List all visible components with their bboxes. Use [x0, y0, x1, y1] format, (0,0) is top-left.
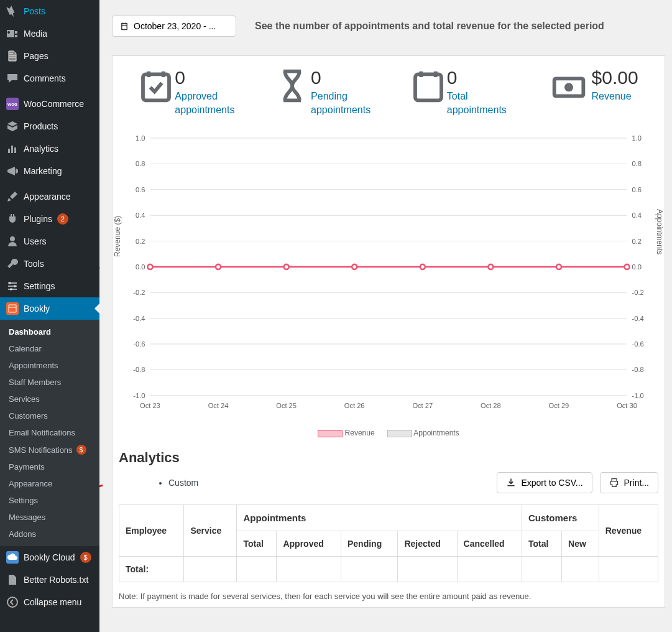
menu-bookly[interactable]: Bookly: [0, 297, 99, 320]
submenu-appointments[interactable]: Appointments: [0, 357, 99, 374]
metric-link[interactable]: Revenue: [592, 91, 632, 101]
media-icon: [6, 27, 19, 40]
col-service[interactable]: Service: [184, 504, 237, 556]
admin-sidebar: Posts Media Pages Comments woo WooCommer…: [0, 0, 99, 632]
menu-label: Collapse menu: [24, 597, 81, 607]
metric-link[interactable]: Approved appointments: [175, 91, 234, 115]
print-button[interactable]: Print...: [600, 472, 658, 493]
annotation-arrow-settings: [99, 479, 106, 510]
total-label: Total:: [119, 556, 184, 582]
menu-users[interactable]: Users: [0, 230, 99, 253]
col-cust-new[interactable]: New: [562, 531, 599, 556]
menu-analytics[interactable]: Analytics: [0, 137, 99, 160]
svg-point-2: [10, 288, 12, 290]
calendar-blank-icon: [411, 68, 446, 103]
svg-text:0.2: 0.2: [136, 237, 145, 244]
submenu-addons[interactable]: Addons: [0, 526, 99, 542]
svg-point-52: [352, 264, 357, 269]
metrics-row: 0 Approved appointments 0 Pending appoin…: [119, 68, 658, 124]
menu-label: Products: [24, 121, 58, 131]
analytics-view-custom[interactable]: Custom: [168, 478, 198, 488]
col-pending[interactable]: Pending: [341, 531, 397, 556]
menu-label: Bookly Cloud: [24, 552, 75, 562]
menu-bookly-cloud[interactable]: Bookly Cloud $: [0, 546, 99, 569]
svg-line-5: [99, 485, 103, 504]
submenu-email-notifications[interactable]: Email Notifications: [0, 424, 99, 441]
menu-plugins[interactable]: Plugins 2: [0, 208, 99, 230]
svg-text:0.8: 0.8: [632, 160, 642, 167]
analytics-heading: Analytics: [119, 450, 658, 466]
main-content: October 23, 2020 - ... See the number of…: [99, 0, 672, 632]
submenu-sms-notifications[interactable]: SMS Notifications$: [0, 441, 99, 458]
menu-label: Media: [24, 29, 47, 39]
metric-value: $0.00: [592, 68, 638, 87]
menu-comments[interactable]: Comments: [0, 67, 99, 90]
svg-text:0.2: 0.2: [632, 237, 642, 244]
legend-chip-appointments: [387, 430, 412, 437]
y-right-label: Appointments: [655, 209, 664, 254]
menu-pages[interactable]: Pages: [0, 45, 99, 67]
submenu-customers[interactable]: Customers: [0, 407, 99, 424]
annotation-arrow-bookly: [99, 261, 106, 311]
menu-label: Better Robots.txt: [24, 575, 88, 585]
menu-appearance[interactable]: Appearance: [0, 185, 99, 208]
menu-woocommerce[interactable]: woo WooCommerce: [0, 93, 99, 115]
svg-text:0.4: 0.4: [136, 211, 145, 219]
menu-media[interactable]: Media: [0, 22, 99, 45]
menu-marketing[interactable]: Marketing: [0, 160, 99, 182]
submenu-messages[interactable]: Messages: [0, 509, 99, 526]
col-group-appointments: Appointments: [237, 504, 522, 531]
svg-text:-0.4: -0.4: [632, 314, 644, 322]
submenu-appearance[interactable]: Appearance: [0, 475, 99, 492]
submenu-staff-members[interactable]: Staff Members: [0, 374, 99, 391]
svg-text:Oct 29: Oct 29: [549, 402, 569, 409]
metric-pending: 0 Pending appointments: [275, 68, 371, 118]
svg-point-54: [488, 264, 493, 269]
sms-badge: $: [76, 445, 86, 455]
menu-label: Tools: [24, 259, 44, 269]
approved-icon: [139, 68, 173, 103]
comment-icon: [6, 72, 19, 85]
submenu-dashboard[interactable]: Dashboard: [0, 323, 99, 340]
metric-link[interactable]: Pending appointments: [311, 91, 371, 115]
menu-label: Posts: [24, 6, 45, 16]
submenu-settings[interactable]: Settings: [0, 492, 99, 509]
col-revenue[interactable]: Revenue: [599, 504, 658, 556]
col-rejected[interactable]: Rejected: [398, 531, 457, 556]
col-employee[interactable]: Employee: [119, 504, 184, 556]
print-icon: [609, 478, 619, 488]
col-cust-total[interactable]: Total: [522, 531, 562, 556]
col-approved[interactable]: Approved: [277, 531, 341, 556]
metric-link[interactable]: Total appointments: [447, 91, 507, 115]
menu-tools[interactable]: Tools: [0, 253, 99, 275]
menu-label: Users: [24, 236, 47, 246]
svg-text:0.8: 0.8: [136, 160, 145, 167]
menu-products[interactable]: Products: [0, 115, 99, 137]
menu-collapse[interactable]: Collapse menu: [0, 591, 99, 613]
date-range-label: October 23, 2020 - ...: [134, 21, 216, 31]
table-total-row: Total:: [119, 556, 658, 582]
metric-value: 0: [311, 68, 371, 87]
menu-settings[interactable]: Settings: [0, 275, 99, 297]
svg-point-56: [624, 264, 629, 269]
menu-label: Plugins: [24, 214, 52, 224]
svg-text:Oct 24: Oct 24: [208, 402, 229, 409]
menu-better-robots[interactable]: Better Robots.txt: [0, 569, 99, 591]
legend-label: Appointments: [413, 429, 459, 437]
export-csv-button[interactable]: Export to CSV...: [497, 472, 592, 493]
submenu-calendar[interactable]: Calendar: [0, 340, 99, 357]
megaphone-icon: [6, 165, 19, 177]
col-total[interactable]: Total: [237, 531, 277, 556]
svg-text:-0.4: -0.4: [133, 314, 145, 322]
export-icon: [506, 478, 516, 488]
woo-icon: woo: [6, 98, 19, 110]
submenu-services[interactable]: Services: [0, 391, 99, 407]
page-subtitle: See the number of appointments and total…: [255, 21, 604, 32]
col-cancelled[interactable]: Cancelled: [457, 531, 522, 556]
svg-text:Oct 27: Oct 27: [412, 402, 433, 409]
submenu-payments[interactable]: Payments: [0, 458, 99, 475]
svg-text:0.6: 0.6: [632, 186, 642, 193]
date-range-button[interactable]: October 23, 2020 - ...: [112, 16, 236, 37]
svg-text:-0.8: -0.8: [632, 366, 644, 373]
menu-posts[interactable]: Posts: [0, 0, 99, 22]
